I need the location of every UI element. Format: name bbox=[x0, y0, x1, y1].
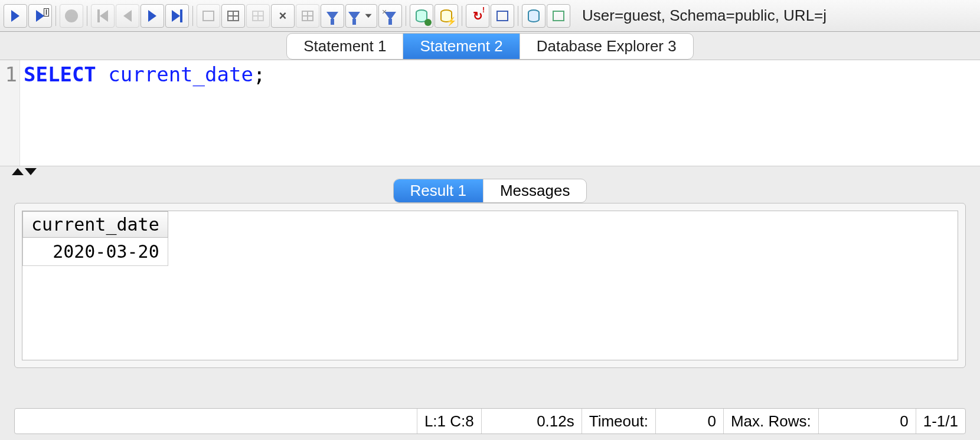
caret-down-icon bbox=[25, 168, 37, 175]
reconnect-icon: ↻ bbox=[473, 9, 483, 23]
tab-messages[interactable]: Messages bbox=[484, 179, 587, 202]
result-scroll[interactable]: current_date 2020-03-20 bbox=[22, 211, 958, 360]
status-spacer bbox=[15, 409, 417, 434]
separator bbox=[518, 6, 518, 26]
delete-row-button[interactable]: × bbox=[271, 4, 295, 28]
duplicate-row-icon bbox=[252, 11, 264, 21]
connection-info: User=guest, Schema=public, URL=j bbox=[582, 6, 827, 25]
clear-filter-button[interactable] bbox=[378, 4, 402, 28]
filter-icon bbox=[326, 12, 338, 20]
result-tabs: Result 1 Messages bbox=[393, 179, 587, 203]
separator bbox=[55, 6, 56, 26]
table-row[interactable]: 2020-03-20 bbox=[23, 238, 168, 266]
run-icon bbox=[11, 10, 19, 22]
save-button[interactable] bbox=[197, 4, 220, 28]
row-range: 1-1/1 bbox=[916, 409, 965, 434]
sql-punct: ; bbox=[253, 63, 265, 86]
schema-icon bbox=[496, 11, 508, 21]
chevron-down-icon bbox=[365, 14, 372, 18]
editor-gutter: 1 bbox=[0, 60, 20, 166]
result-tabbar: Result 1 Messages bbox=[0, 177, 980, 203]
maxrows-label: Max. Rows: bbox=[724, 409, 819, 434]
reconnect-button[interactable]: ↻! bbox=[466, 4, 489, 28]
separator bbox=[192, 6, 193, 26]
status-bar: L:1 C:8 0.12s Timeout: Max. Rows: 1-1/1 bbox=[14, 408, 966, 434]
statement-tabbar: Statement 1 Statement 2 Database Explore… bbox=[0, 32, 980, 60]
cursor-position: L:1 C:8 bbox=[417, 409, 482, 434]
prev-icon bbox=[123, 10, 132, 22]
filter-button[interactable] bbox=[321, 4, 344, 28]
editor-code: SELECT current_date; bbox=[0, 60, 980, 86]
stop-icon bbox=[65, 9, 78, 22]
insert-row-button[interactable] bbox=[221, 4, 245, 28]
delete-row-icon: × bbox=[279, 9, 287, 22]
db-details-button[interactable] bbox=[547, 4, 570, 28]
filter-dropdown-icon bbox=[348, 12, 360, 20]
sql-identifier: current_date bbox=[96, 63, 253, 86]
tab-database-explorer-3[interactable]: Database Explorer 3 bbox=[520, 34, 693, 59]
last-button[interactable] bbox=[165, 4, 189, 28]
insert-row-icon bbox=[227, 11, 239, 21]
caret-up-icon bbox=[12, 168, 24, 175]
db-details-icon bbox=[553, 11, 564, 21]
separator bbox=[462, 6, 462, 26]
next-icon bbox=[148, 10, 156, 22]
last-icon bbox=[172, 10, 180, 22]
maxrows-field-cell bbox=[819, 409, 916, 434]
elapsed-time: 0.12s bbox=[482, 409, 582, 434]
first-button[interactable] bbox=[91, 4, 115, 28]
split-handle[interactable] bbox=[0, 166, 980, 177]
tab-statement-1[interactable]: Statement 1 bbox=[287, 34, 403, 59]
result-table: current_date 2020-03-20 bbox=[22, 211, 168, 266]
save-icon bbox=[202, 11, 214, 21]
column-header[interactable]: current_date bbox=[23, 212, 168, 238]
line-number: 1 bbox=[5, 63, 17, 86]
commit-icon bbox=[302, 11, 313, 21]
maxrows-input[interactable] bbox=[826, 412, 909, 431]
timeout-label: Timeout: bbox=[582, 409, 656, 434]
duplicate-row-button[interactable] bbox=[246, 4, 270, 28]
db-browser-icon bbox=[528, 9, 540, 22]
timeout-input[interactable] bbox=[663, 412, 716, 431]
prev-button[interactable] bbox=[116, 4, 139, 28]
filter-dropdown-button[interactable] bbox=[345, 4, 377, 28]
run-to-cursor-button[interactable]: I bbox=[28, 4, 52, 28]
sql-keyword: SELECT bbox=[24, 63, 96, 86]
toolbar: I × ⚡ ↻! User=guest, Schema=public, URL=… bbox=[0, 0, 980, 32]
stop-button[interactable] bbox=[60, 4, 83, 28]
next-button[interactable] bbox=[141, 4, 164, 28]
db-refresh-button[interactable] bbox=[410, 4, 433, 28]
result-panel: current_date 2020-03-20 bbox=[14, 203, 966, 368]
tab-statement-2[interactable]: Statement 2 bbox=[403, 34, 520, 59]
separator bbox=[406, 6, 406, 26]
separator bbox=[87, 6, 87, 26]
commit-button[interactable] bbox=[296, 4, 319, 28]
timeout-field-cell bbox=[656, 409, 724, 434]
clear-filter-icon bbox=[384, 12, 396, 20]
db-script-button[interactable]: ⚡ bbox=[435, 4, 458, 28]
sql-editor[interactable]: 1 SELECT current_date; bbox=[0, 60, 980, 166]
tab-result-1[interactable]: Result 1 bbox=[394, 179, 484, 202]
cell[interactable]: 2020-03-20 bbox=[23, 238, 168, 266]
db-browser-button[interactable] bbox=[522, 4, 545, 28]
run-button[interactable] bbox=[4, 4, 27, 28]
schema-button[interactable] bbox=[491, 4, 514, 28]
statement-tabs: Statement 1 Statement 2 Database Explore… bbox=[286, 33, 693, 60]
